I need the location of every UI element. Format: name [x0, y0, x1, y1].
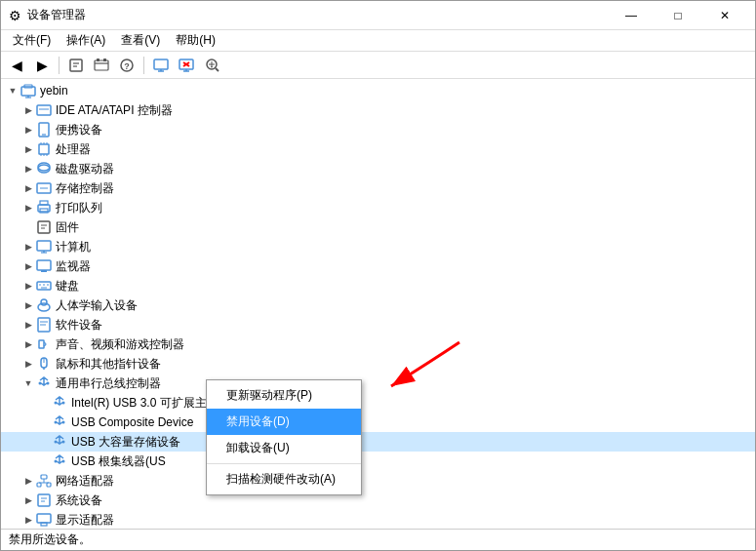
toolbar-btn-update[interactable]	[90, 55, 113, 76]
tree-item-usb-mass-storage[interactable]: USB 大容量存储设备	[1, 432, 755, 452]
network-toggle[interactable]: ▶	[20, 473, 36, 489]
tree-item-storage[interactable]: ▶ 存储控制器	[1, 178, 755, 198]
usb-ctrl-toggle[interactable]: ▼	[20, 375, 36, 391]
software-label: 软件设备	[56, 317, 102, 334]
display-label: 显示适配器	[56, 512, 114, 529]
audio-toggle[interactable]: ▶	[20, 336, 36, 352]
tree-item-keyboard[interactable]: ▶ 键盘	[1, 276, 755, 295]
keyboard-toggle[interactable]: ▶	[20, 278, 36, 294]
print-toggle[interactable]: ▶	[20, 200, 36, 216]
system-label: 系统设备	[56, 492, 102, 509]
ctx-update-driver[interactable]: 更新驱动程序(P)	[207, 382, 361, 409]
usb-mass-label: USB 大容量存储设备	[71, 434, 180, 451]
minimize-button[interactable]: —	[609, 1, 654, 30]
tree-item-usb-hub[interactable]: USB 根集线器(US	[1, 452, 755, 471]
tree-item-usb-ctrl[interactable]: ▼ 通用串行总线控制器	[1, 374, 755, 393]
tree-item-ide[interactable]: ▶ IDE ATA/ATAPI 控制器	[1, 100, 755, 120]
svg-rect-29	[39, 144, 49, 154]
tree-item-disk[interactable]: ▶ 磁盘驱动器	[1, 159, 755, 178]
system-toggle[interactable]: ▶	[20, 492, 36, 508]
help-icon: ?	[119, 58, 135, 73]
ctx-uninstall-device[interactable]: 卸载设备(U)	[207, 435, 361, 461]
toolbar-btn-computer[interactable]	[149, 55, 173, 76]
root-label: yebin	[40, 84, 68, 98]
tree-item-audio[interactable]: ▶ 声音、视频和游戏控制器	[1, 335, 755, 354]
tree-item-usb-composite[interactable]: USB Composite Device	[1, 413, 755, 432]
toolbar-btn-scan[interactable]	[200, 55, 223, 76]
cpu-toggle[interactable]: ▶	[20, 141, 36, 157]
tree-item-print[interactable]: ▶ 打印队列	[1, 198, 755, 217]
tree-item-display[interactable]: ▶ 显示适配器	[1, 510, 755, 529]
usb-ctrl-icon	[36, 375, 52, 391]
toolbar-back[interactable]: ◀	[5, 55, 28, 76]
monitor-toggle[interactable]: ▶	[20, 258, 36, 274]
tree-item-system[interactable]: ▶ 系统设备	[1, 491, 755, 510]
ide-label: IDE ATA/ATAPI 控制器	[56, 102, 173, 119]
svg-rect-5	[97, 59, 99, 61]
print-icon	[36, 200, 52, 216]
menu-action[interactable]: 操作(A)	[59, 30, 113, 51]
disk-toggle[interactable]: ▶	[20, 161, 36, 177]
maximize-button[interactable]: □	[656, 1, 700, 30]
close-button[interactable]: ✕	[702, 1, 747, 30]
tree-item-monitor[interactable]: ▶ 监视器	[1, 256, 755, 276]
hid-toggle[interactable]: ▶	[20, 297, 36, 313]
svg-point-73	[55, 460, 58, 463]
monitor-icon	[36, 258, 52, 274]
menu-view[interactable]: 查看(V)	[113, 30, 168, 51]
svg-rect-77	[47, 483, 51, 487]
svg-rect-25	[37, 105, 51, 115]
tree-item-cpu[interactable]: ▶ 处理器	[1, 139, 755, 159]
svg-rect-50	[41, 270, 47, 272]
status-text: 禁用所选设备。	[9, 531, 91, 548]
ide-toggle[interactable]: ▶	[20, 102, 36, 118]
tree-root[interactable]: ▼ yebin	[1, 81, 755, 100]
menu-file[interactable]: 文件(F)	[5, 30, 59, 51]
title-bar: ⚙ 设备管理器 — □ ✕	[1, 1, 755, 30]
menu-help[interactable]: 帮助(H)	[168, 30, 223, 51]
software-toggle[interactable]: ▶	[20, 317, 36, 333]
computer-label: 计算机	[56, 239, 91, 256]
tree-item-software[interactable]: ▶ 软件设备	[1, 315, 755, 335]
svg-point-56	[38, 303, 50, 311]
toolbar-btn-help[interactable]: ?	[115, 55, 139, 76]
system-icon	[36, 492, 52, 508]
svg-rect-49	[37, 260, 51, 270]
print-label: 打印队列	[56, 200, 102, 216]
mouse-toggle[interactable]: ▶	[20, 356, 36, 372]
hid-label: 人体学输入设备	[56, 297, 138, 314]
usb-hub-icon	[52, 453, 67, 469]
tree-item-computer[interactable]: ▶ 计算机	[1, 237, 755, 256]
svg-point-67	[55, 402, 58, 405]
cpu-label: 处理器	[56, 141, 91, 158]
portable-toggle[interactable]: ▶	[20, 122, 36, 138]
hid-icon	[36, 297, 52, 313]
mouse-label: 鼠标和其他指针设备	[56, 356, 161, 373]
computer-toggle[interactable]: ▶	[20, 239, 36, 255]
tree-item-intel-usb[interactable]: Intel(R) USB 3.0 可扩展主机控制器 - 1.0 (Microso…	[1, 393, 755, 413]
ctx-scan-hardware[interactable]: 扫描检测硬件改动(A)	[207, 466, 361, 492]
toolbar-btn-properties[interactable]	[64, 55, 88, 76]
storage-toggle[interactable]: ▶	[20, 180, 36, 196]
svg-rect-0	[70, 59, 82, 71]
display-icon	[36, 512, 52, 528]
tree-item-network[interactable]: ▶ 网络适配器	[1, 471, 755, 491]
tree-item-portable[interactable]: ▶ 便携设备	[1, 120, 755, 139]
tree-item-hid[interactable]: ▶ 人体学输入设备	[1, 295, 755, 315]
toolbar: ◀ ▶ ?	[1, 52, 755, 79]
svg-rect-6	[103, 59, 106, 61]
device-tree[interactable]: ▼ yebin ▶ IDE ATA/ATAPI 控制器	[1, 79, 755, 529]
properties-icon	[68, 58, 84, 73]
svg-rect-85	[41, 523, 47, 526]
mouse-icon	[36, 356, 52, 372]
toolbar-btn-uninstall[interactable]	[175, 55, 198, 76]
portable-label: 便携设备	[56, 122, 102, 138]
root-toggle[interactable]: ▼	[5, 83, 20, 98]
toolbar-forward[interactable]: ▶	[30, 55, 54, 76]
svg-text:?: ?	[124, 61, 130, 71]
display-toggle[interactable]: ▶	[20, 512, 36, 528]
ctx-disable-device[interactable]: 禁用设备(D)	[207, 409, 361, 435]
tree-item-mouse[interactable]: ▶ 鼠标和其他指针设备	[1, 354, 755, 374]
toolbar-sep-2	[143, 57, 144, 74]
tree-item-firmware[interactable]: 固件	[1, 217, 755, 237]
